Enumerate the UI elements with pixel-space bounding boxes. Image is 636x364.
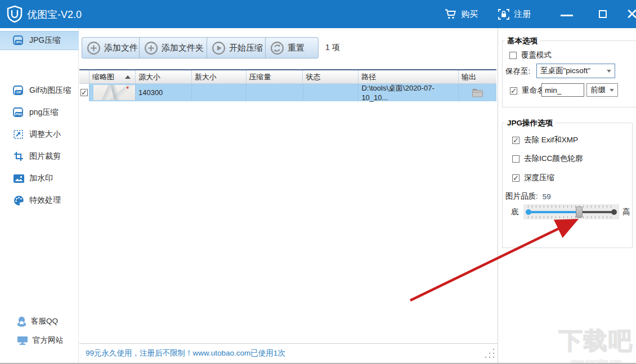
add-file-button[interactable]: 添加文件 — [82, 37, 145, 59]
header-new-size[interactable]: 新大小 — [192, 70, 247, 84]
maximize-icon — [599, 10, 607, 18]
sidebar-item-gif-compress[interactable]: GIF Gif动图压缩 — [0, 81, 79, 100]
reset-icon — [270, 41, 284, 55]
svg-text:PNG: PNG — [15, 113, 22, 116]
start-compress-button[interactable]: 开始压缩 — [207, 37, 270, 59]
sidebar-item-official-website[interactable]: 官方网站 — [0, 333, 79, 348]
sidebar-item-effects[interactable]: 特效处理 — [0, 191, 79, 210]
svg-text:GIF: GIF — [16, 91, 21, 94]
sidebar-item-png-compress[interactable]: PNG png压缩 — [0, 103, 79, 122]
quality-slider[interactable] — [523, 204, 619, 219]
jpg-options-title: JPG操作选项 — [505, 118, 555, 128]
buy-button[interactable]: 购买 — [445, 0, 478, 28]
sidebar-item-label: 加水印 — [29, 173, 53, 183]
rename-checkbox[interactable] — [510, 87, 517, 95]
quality-slider-thumb[interactable] — [576, 206, 583, 218]
close-icon: ✕ — [626, 6, 636, 23]
sidebar-footer-label: 官方网站 — [33, 335, 63, 345]
chevron-down-icon — [610, 89, 614, 92]
resize-grip[interactable] — [485, 349, 495, 359]
sidebar-item-jpg-compress[interactable]: JPG JPG压缩 — [0, 31, 79, 50]
sidebar-item-resize[interactable]: 调整大小 — [0, 125, 79, 144]
open-folder-icon[interactable] — [472, 88, 483, 97]
row-new-size — [192, 84, 247, 101]
lock-icon — [498, 8, 510, 20]
statusbar-divider — [79, 343, 498, 344]
slider-low-label: 底 — [511, 207, 519, 217]
header-compression[interactable]: 压缩量 — [247, 70, 303, 84]
rename-mode-dropdown[interactable]: 前缀 — [586, 83, 618, 97]
row-path: D:\tools\桌面\2020-07-10_10... — [359, 84, 459, 101]
save-to-row: 保存至: — [505, 66, 530, 77]
quality-label: 图片品质: — [505, 191, 538, 201]
site-watermark: 下载吧 www.xiazaiba.com — [556, 325, 636, 364]
sidebar-item-label: png压缩 — [29, 107, 58, 118]
deep-compress-option[interactable]: 深度压缩 — [512, 173, 554, 183]
header-output[interactable]: 输出 — [459, 70, 496, 84]
remove-exif-option[interactable]: 去除 Exif和XMP — [512, 135, 578, 145]
header-source-size[interactable]: 源大小 — [136, 70, 192, 84]
header-checkbox-column[interactable] — [79, 70, 89, 84]
minimize-icon — [561, 15, 573, 16]
reset-button[interactable]: 重置 — [265, 37, 319, 59]
rename-prefix-input[interactable]: min_ — [541, 83, 584, 97]
remove-icc-option[interactable]: 去除ICC颜色轮廓 — [512, 154, 583, 164]
remove-exif-checkbox[interactable] — [512, 137, 519, 144]
register-label: 注册 — [514, 9, 531, 20]
file-table: 缩略图 源大小 新大小 压缩量 状态 路径 输出 140300 D:\tools… — [79, 69, 496, 101]
minimize-button[interactable] — [558, 0, 575, 28]
table-header: 缩略图 源大小 新大小 压缩量 状态 路径 输出 — [79, 70, 496, 84]
sidebar-item-support-qq[interactable]: 客服QQ — [0, 314, 79, 329]
quality-row: 图片品质: 59 — [505, 191, 551, 201]
sidebar-item-label: Gif动图压缩 — [29, 86, 71, 96]
sidebar-footer-label: 客服QQ — [31, 316, 58, 326]
reset-label: 重置 — [288, 43, 304, 53]
sort-ascending-icon — [125, 75, 131, 79]
row-checkbox[interactable] — [80, 89, 88, 96]
overwrite-label: 覆盖模式 — [521, 50, 552, 60]
svg-text:JPG: JPG — [15, 41, 21, 44]
deep-compress-checkbox[interactable] — [512, 174, 519, 182]
start-compress-label: 开始压缩 — [229, 43, 263, 53]
jpg-file-icon: JPG — [12, 35, 25, 46]
sidebar-item-watermark[interactable]: 加水印 — [0, 169, 79, 188]
quality-value: 59 — [543, 192, 551, 201]
register-button[interactable]: 注册 — [498, 0, 531, 28]
watermark-icon — [12, 173, 25, 184]
slider-ticks — [528, 205, 615, 208]
website-icon — [17, 336, 28, 345]
save-to-dropdown[interactable]: 至桌面"picsoft" — [536, 64, 615, 78]
close-button[interactable]: ✕ — [622, 0, 636, 28]
overwrite-mode-option[interactable]: 覆盖模式 — [509, 50, 552, 60]
png-file-icon: PNG — [12, 107, 25, 118]
sidebar-item-crop[interactable]: 图片裁剪 — [0, 147, 79, 166]
remove-icc-checkbox[interactable] — [512, 155, 519, 163]
item-count: 1 项 — [325, 43, 340, 53]
header-path[interactable]: 路径 — [359, 70, 459, 84]
row-checkbox-cell — [79, 84, 89, 101]
buy-label: 购买 — [461, 9, 478, 20]
play-circle-icon — [212, 41, 226, 55]
slider-right-end — [611, 209, 617, 215]
remove-icc-label: 去除ICC颜色轮廓 — [524, 154, 583, 164]
add-folder-button[interactable]: 添加文件夹 — [139, 37, 211, 59]
slider-track[interactable] — [528, 211, 615, 213]
maximize-button[interactable] — [595, 0, 610, 28]
header-status[interactable]: 状态 — [303, 70, 359, 84]
app-window: 优图宝-V2.0 购买 注册 ✕ JPG JPG压缩 — [0, 0, 636, 364]
statusbar-text: 99元永久使用，注册后不限制！www.utobao.com已使用1次 — [86, 348, 285, 358]
app-title: 优图宝-V2.0 — [27, 8, 82, 21]
slider-ticks — [528, 216, 615, 218]
thumbnail-image — [93, 85, 135, 100]
title-bar: 优图宝-V2.0 购买 注册 ✕ — [0, 0, 636, 28]
header-thumbnail[interactable]: 缩略图 — [89, 70, 136, 84]
sidebar-item-label: 特效处理 — [29, 195, 61, 205]
sidebar-item-label: JPG压缩 — [29, 35, 60, 46]
overwrite-checkbox[interactable] — [509, 52, 517, 59]
rename-option[interactable]: 重命名 — [510, 86, 545, 96]
gif-file-icon: GIF — [12, 85, 25, 96]
row-output-cell — [459, 84, 496, 101]
row-compression — [247, 84, 303, 101]
table-row[interactable]: 140300 D:\tools\桌面\2020-07-10_10... — [79, 84, 496, 101]
panel-divider — [498, 28, 498, 363]
